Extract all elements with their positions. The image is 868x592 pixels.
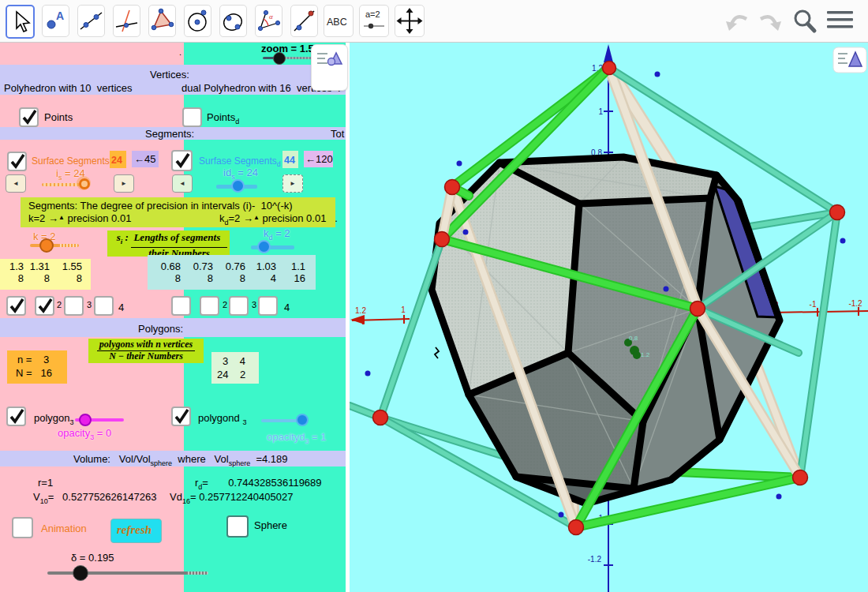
svg-text:1.2: 1.2 <box>355 306 366 315</box>
svg-text:ABC: ABC <box>327 17 347 28</box>
svg-text:1.2: 1.2 <box>641 351 650 358</box>
svg-text:-1: -1 <box>810 300 817 309</box>
svg-text:1: 1 <box>401 305 406 314</box>
svg-text:a=2: a=2 <box>365 9 380 19</box>
svg-text:A: A <box>56 9 64 22</box>
svg-text:0,8: 0,8 <box>629 335 638 342</box>
svg-text:1: 1 <box>598 107 603 116</box>
svg-text:α: α <box>269 13 273 21</box>
svg-text:-1.2: -1.2 <box>848 299 862 308</box>
svg-text:-1.2: -1.2 <box>588 555 602 564</box>
